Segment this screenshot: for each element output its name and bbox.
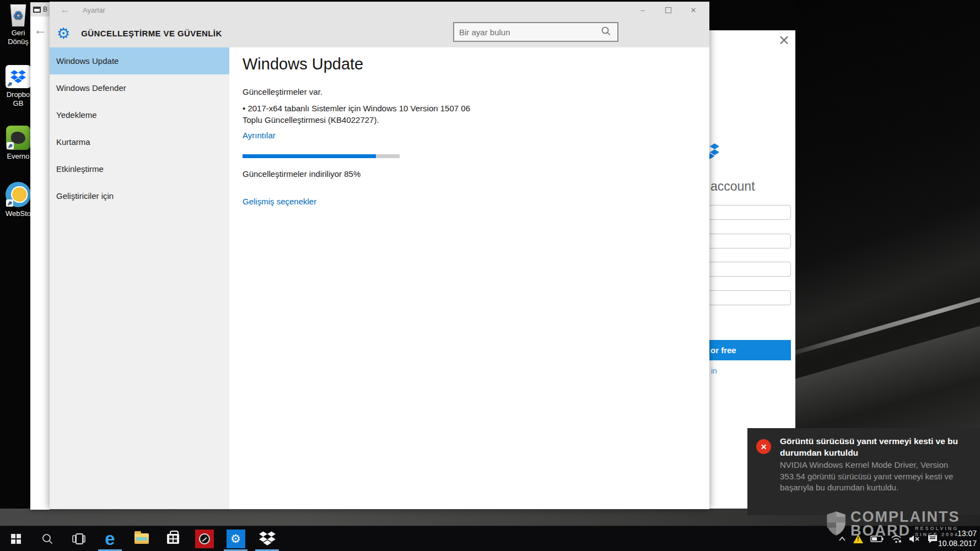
task-view-icon	[72, 533, 85, 544]
sidebar-item-windows-update[interactable]: Windows Update	[50, 47, 229, 74]
settings-content: Windows Update Güncelleştirmeler var. • …	[229, 47, 709, 509]
clock-date: 10.08.2017	[938, 538, 977, 548]
search-icon	[601, 26, 617, 38]
update-progress-fill	[243, 154, 376, 158]
minimize-button[interactable]: –	[630, 2, 655, 18]
red-app-icon	[195, 530, 214, 548]
dropbox-logo-icon	[709, 143, 719, 162]
page-title: GÜNCELLEŞTİRME VE GÜVENLİK	[81, 29, 222, 38]
shield-icon	[825, 510, 847, 537]
taskbar-dropbox-button[interactable]	[251, 526, 283, 551]
background-window-strip[interactable]: B ←	[30, 2, 50, 510]
background-window-titlebar: B	[30, 2, 50, 17]
edge-icon: e	[105, 530, 115, 548]
sidebar-item-gelistiriciler[interactable]: Geliştiriciler için	[50, 182, 229, 209]
taskbar-store-button[interactable]	[157, 526, 189, 551]
taskbar-edge-button[interactable]: e	[94, 526, 126, 551]
background-window-title: B	[43, 6, 47, 13]
settings-gear-icon: ⚙	[227, 530, 245, 548]
taskbar-settings-button[interactable]: ⚙	[220, 526, 251, 551]
window-icon	[33, 7, 41, 13]
update-item-text: • 2017-x64 tabanlı Sistemler için Window…	[243, 102, 478, 126]
sidebar-item-etkinlestirme[interactable]: Etkinleştirme	[50, 155, 229, 182]
taskbar-red-app-button[interactable]	[189, 526, 220, 551]
recycle-bin-icon: ♻	[9, 4, 28, 26]
shortcut-arrow-icon: ↗	[6, 80, 13, 88]
settings-titlebar: ← Ayarlar – ✕	[50, 2, 709, 18]
toast-body: NVIDIA Windows Kernel Mode Driver, Versi…	[780, 460, 972, 494]
complaintsboard-watermark: COMPLAINTS BOARD RESOLVING SINCE 2004	[825, 510, 960, 538]
back-arrow-icon[interactable]: ←	[30, 17, 50, 37]
content-title: Windows Update	[243, 55, 709, 73]
downloading-text: Güncelleştirmeler indiriliyor 85%	[243, 169, 709, 179]
watermark-tagline2: SINCE 2004	[915, 532, 959, 537]
taskbar-search-button[interactable]	[31, 526, 63, 551]
shortcut-arrow-icon: ↗	[6, 199, 13, 207]
taskbar-file-explorer-button[interactable]	[126, 526, 157, 551]
shortcut-arrow-icon: ↗	[7, 142, 14, 149]
signup-heading-fragment: account	[710, 179, 755, 194]
maximize-button[interactable]	[655, 2, 681, 18]
gear-icon: ⚙	[57, 26, 70, 41]
search-icon	[41, 533, 53, 545]
toast-title: Görüntü sürücüsü yanıt vermeyi kesti ve …	[780, 435, 972, 458]
store-icon	[167, 534, 179, 544]
file-explorer-icon	[134, 533, 149, 544]
close-button[interactable]: ✕	[681, 2, 706, 18]
watermark-tagline1: RESOLVING	[915, 526, 959, 531]
sidebar-item-kurtarma[interactable]: Kurtarma	[50, 128, 229, 155]
update-status-text: Güncelleştirmeler var.	[243, 87, 709, 96]
signup-button[interactable]: or free	[709, 340, 791, 360]
settings-search-box[interactable]	[453, 22, 618, 42]
close-icon[interactable]: ✕	[778, 33, 790, 48]
error-icon: ✕	[756, 439, 771, 454]
login-link-fragment[interactable]: in	[711, 366, 717, 375]
settings-sidebar: Windows Update Windows Defender Yedeklem…	[50, 47, 229, 509]
update-progress-bar	[243, 154, 400, 158]
signup-field-2[interactable]	[709, 234, 791, 249]
advanced-options-link[interactable]: Gelişmiş seçenekler	[243, 197, 709, 206]
window-title: Ayarlar	[83, 6, 105, 14]
evernote-icon: ↗	[6, 126, 30, 150]
details-link[interactable]: Ayrıntılar	[243, 131, 709, 140]
signup-field-4[interactable]	[709, 290, 791, 305]
start-button[interactable]	[0, 526, 31, 551]
search-input[interactable]	[454, 28, 601, 37]
notification-toast[interactable]: ✕ Görüntü sürücüsü yanıt vermeyi kesti v…	[747, 428, 980, 515]
windows-logo-icon	[11, 534, 21, 544]
signup-field-1[interactable]	[709, 205, 791, 220]
svg-text:✱: ✱	[898, 539, 902, 543]
sidebar-item-windows-defender[interactable]: Windows Defender	[50, 74, 229, 101]
signup-field-3[interactable]	[709, 262, 791, 277]
dropbox-icon: ↗	[6, 65, 31, 88]
dropbox-icon	[259, 531, 276, 546]
sidebar-item-yedekleme[interactable]: Yedekleme	[50, 101, 229, 128]
task-view-button[interactable]	[63, 526, 94, 551]
webstorm-icon: ↗	[6, 182, 31, 207]
settings-header-band: ← Ayarlar – ✕ ⚙ GÜNCELLEŞTİRME VE GÜVENL…	[50, 2, 709, 47]
desktop: ♻ Geri Dönüş ↗ Dropbo GB ↗ Everno ↗ WebS…	[0, 0, 980, 551]
watermark-line2: BOARD	[850, 524, 911, 538]
back-button[interactable]: ←	[50, 4, 80, 15]
settings-window: ← Ayarlar – ✕ ⚙ GÜNCELLEŞTİRME VE GÜVENL…	[50, 2, 709, 509]
